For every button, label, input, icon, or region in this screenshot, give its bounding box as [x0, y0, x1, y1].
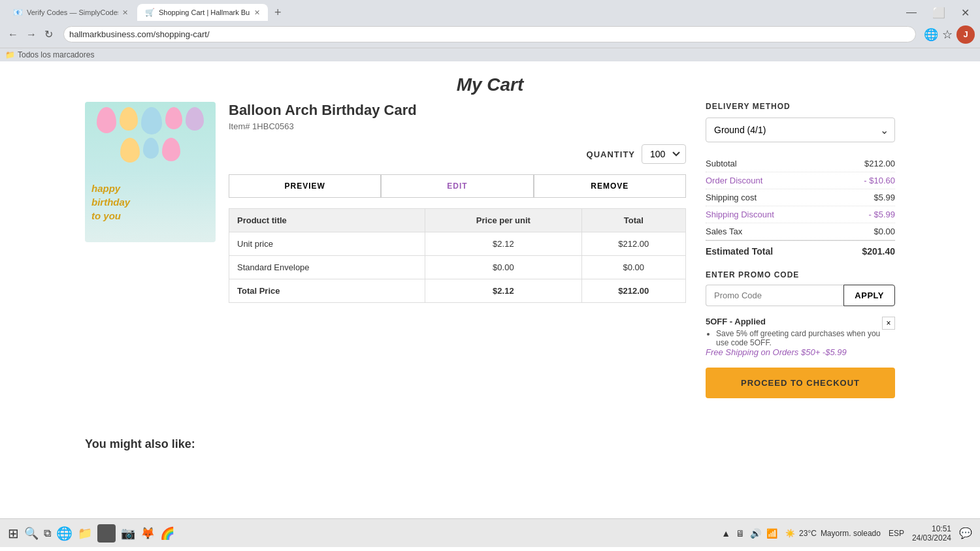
col-header-product: Product title [229, 209, 425, 232]
app-icon-3[interactable]: 🦊 [140, 526, 155, 541]
subtotal-label: Subtotal [706, 159, 737, 168]
promo-remove-button[interactable]: × [882, 317, 895, 330]
task-view-icon[interactable]: ⧉ [44, 527, 51, 539]
tab-bar: 📧 Verify Codes — SimplyCodes ✕ 🛒 Shoppin… [5, 4, 287, 21]
time-display: 10:51 24/03/2024 [912, 524, 951, 543]
checkout-button[interactable]: PROCEED TO CHECKOUT [706, 368, 895, 398]
product-table: Product title Price per unit Total Unit … [229, 208, 686, 303]
current-time: 10:51 [912, 524, 951, 533]
page-title: My Cart [0, 74, 980, 95]
tab-favicon-2: 🛒 [145, 8, 155, 17]
bookmarks-label[interactable]: Todos los marcadores [18, 50, 94, 59]
delivery-section: DELIVERY METHOD Ground (4/1) Express (2/… [706, 102, 895, 142]
edge-icon[interactable]: 🌐 [56, 526, 73, 541]
recommendations-section: You might also like: [33, 424, 947, 477]
back-button[interactable]: ← [5, 29, 21, 40]
promo-section: ENTER PROMO CODE APPLY [706, 270, 895, 306]
page-header: My Cart [0, 61, 980, 102]
total-price: $2.12 [425, 279, 581, 303]
sales-tax-value: $0.00 [874, 227, 895, 236]
shipping-cost-label: Shipping cost [706, 193, 757, 202]
tab-shopping-cart[interactable]: 🛒 Shopping Cart | Hallmark Busin... ✕ [137, 4, 268, 21]
table-row: Standard Envelope $0.00 $0.00 [229, 256, 686, 279]
row2-price: $0.00 [425, 256, 581, 279]
delivery-select[interactable]: Ground (4/1) Express (2/1) Overnight [706, 118, 895, 142]
item-id: Item# 1HBC0563 [229, 121, 686, 131]
bookmarks-bar: 📁 Todos los marcadores [0, 48, 980, 61]
minimize-button[interactable]: — [901, 5, 922, 20]
language-indicator: ESP [889, 529, 904, 538]
shipping-cost-row: Shipping cost $5.99 [706, 189, 895, 206]
item-details: Balloon Arch Birthday Card Item# 1HBC056… [229, 102, 686, 303]
promo-applied-section: 5OFF - Applied Save 5% off greeting card… [706, 317, 895, 347]
promo-detail-text: Save 5% off greeting card purchases when… [716, 329, 882, 347]
estimated-total-label: Estimated Total [706, 246, 773, 257]
shipping-discount-value: - $5.99 [869, 210, 895, 219]
delivery-method-label: DELIVERY METHOD [706, 102, 895, 111]
tray-icon-1: ▲ [721, 528, 730, 539]
total-total: $212.00 [581, 279, 685, 303]
file-explorer-icon[interactable]: 📁 [78, 526, 92, 541]
item-name: Balloon Arch Birthday Card [229, 102, 686, 119]
remove-button[interactable]: REMOVE [534, 174, 686, 198]
promo-input[interactable] [706, 285, 843, 306]
order-discount-row: Order Discount - $10.60 [706, 172, 895, 189]
bookmark-icon[interactable]: ☆ [942, 27, 953, 42]
sales-tax-label: Sales Tax [706, 227, 742, 236]
preview-button[interactable]: PREVIEW [229, 174, 381, 198]
recommendations-title: You might also like: [85, 437, 895, 451]
total-row: Total Price $2.12 $212.00 [229, 279, 686, 303]
weather-temp: 23°C [799, 529, 817, 538]
promo-details: Save 5% off greeting card purchases when… [706, 329, 882, 347]
apply-button[interactable]: APPLY [843, 285, 895, 306]
new-tab-button[interactable]: + [269, 5, 287, 21]
row1-price: $2.12 [425, 232, 581, 256]
search-icon[interactable]: 🔍 [24, 526, 39, 541]
weather-desc: Mayorm. soleado [821, 529, 881, 538]
cart-items-section: happybirthdayto you Balloon Arch Birthda… [85, 102, 686, 398]
taskbar: ⊞ 🔍 ⧉ 🌐 📁 📷 🦊 🌈 ▲ 🖥 🔊 📶 ☀️ 23°C Mayorm. … [0, 518, 980, 547]
row2-title: Standard Envelope [229, 256, 425, 279]
reload-button[interactable]: ↻ [42, 28, 56, 40]
address-url[interactable]: hallmarkbusiness.com/shopping-cart/ [69, 29, 210, 39]
tab-favicon-1: 📧 [13, 8, 23, 17]
shipping-discount-row: Shipping Discount - $5.99 [706, 206, 895, 223]
quantity-select[interactable]: 100 50 150 200 [642, 144, 686, 164]
sound-icon[interactable]: 🔊 [750, 528, 761, 539]
close-window-button[interactable]: ✕ [956, 5, 975, 20]
total-title: Total Price [229, 279, 425, 303]
tab-title-1: Verify Codes — SimplyCodes [27, 8, 118, 16]
notification-icon[interactable]: 💬 [959, 527, 972, 539]
current-date: 24/03/2024 [912, 533, 951, 543]
app-icon-1[interactable] [97, 524, 116, 543]
shipping-discount-label: Shipping Discount [706, 210, 774, 219]
tab-close-2[interactable]: ✕ [254, 8, 260, 17]
estimated-total-value: $201.40 [862, 246, 895, 257]
cart-item: happybirthdayto you Balloon Arch Birthda… [85, 102, 686, 303]
system-tray: ▲ 🖥 🔊 📶 [721, 528, 777, 539]
profile-icon[interactable]: J [956, 25, 975, 44]
translate-icon[interactable]: 🌐 [924, 27, 938, 42]
price-breakdown: Subtotal $212.00 Order Discount - $10.60… [706, 155, 895, 260]
weather-icon: ☀️ [785, 529, 795, 538]
product-image: happybirthdayto you [85, 102, 216, 242]
edit-button[interactable]: EDIT [381, 174, 533, 198]
order-summary: DELIVERY METHOD Ground (4/1) Express (2/… [706, 102, 895, 398]
row1-title: Unit price [229, 232, 425, 256]
sales-tax-row: Sales Tax $0.00 [706, 223, 895, 240]
col-header-total: Total [581, 209, 685, 232]
maximize-button[interactable]: ⬜ [927, 5, 951, 20]
app-icon-4[interactable]: 🌈 [160, 526, 174, 541]
action-buttons: PREVIEW EDIT REMOVE [229, 174, 686, 198]
taskbar-right: ▲ 🖥 🔊 📶 ☀️ 23°C Mayorm. soleado ESP 10:5… [721, 524, 972, 543]
forward-button[interactable]: → [24, 29, 39, 40]
tab-close-1[interactable]: ✕ [122, 8, 128, 17]
start-button[interactable]: ⊞ [8, 526, 19, 541]
subtotal-row: Subtotal $212.00 [706, 155, 895, 172]
promo-code-name: 5OFF - Applied [706, 317, 882, 326]
network-icon[interactable]: 📶 [766, 528, 777, 539]
col-header-price: Price per unit [425, 209, 581, 232]
free-shipping-note: Free Shipping on Orders $50+ -$5.99 [706, 347, 895, 357]
app-icon-2[interactable]: 📷 [121, 526, 135, 541]
tab-verifycode[interactable]: 📧 Verify Codes — SimplyCodes ✕ [5, 4, 136, 21]
